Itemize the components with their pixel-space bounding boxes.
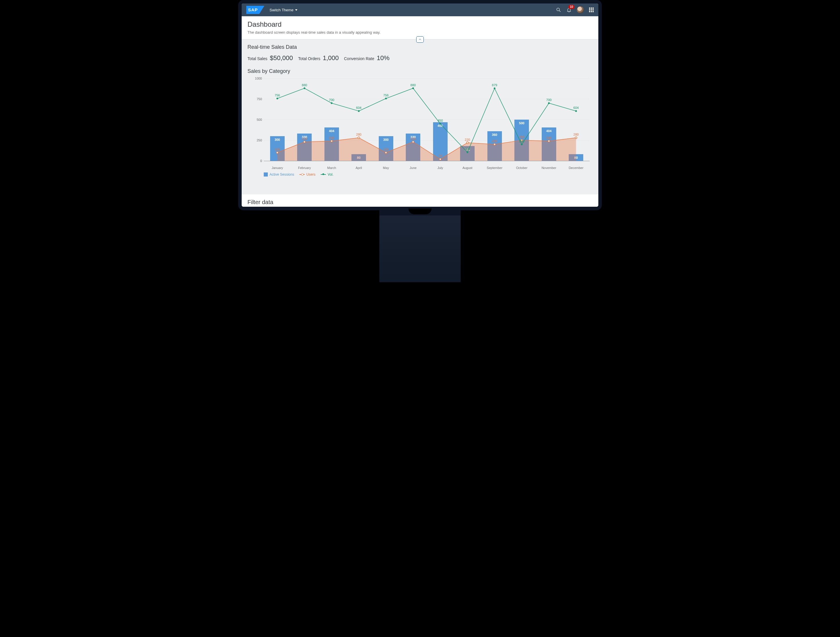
vol-point[interactable] <box>521 143 523 145</box>
switch-theme-label: Switch Theme <box>270 8 294 12</box>
vol-point[interactable] <box>548 102 550 104</box>
vol-point[interactable] <box>575 110 577 112</box>
product-switch-icon[interactable] <box>589 8 594 12</box>
collapse-header-button[interactable] <box>416 36 424 43</box>
page-header: Dashboard The dashboard screen displays … <box>242 16 598 39</box>
chevron-down-icon <box>295 9 297 11</box>
kpi-row: Total Sales $50,000Total Orders 1,000Con… <box>248 54 592 62</box>
chart-plot-area: 02505007501000 3003304048030033045018036… <box>264 78 590 166</box>
x-axis-label: September <box>481 166 508 170</box>
users-point[interactable] <box>303 141 305 143</box>
chart-legend: Active Sessions Users Vol. <box>248 170 592 177</box>
chart-section: Sales by Category <box>242 68 598 74</box>
legend-label: Active Sessions <box>270 172 294 177</box>
kpi-value: 10% <box>377 54 390 61</box>
y-tick: 250 <box>257 139 262 142</box>
vol-point[interactable] <box>303 87 305 89</box>
monitor-stand-base <box>379 215 461 282</box>
y-tick: 0 <box>260 159 262 162</box>
kpi-label: Total Orders <box>298 56 320 61</box>
kpi-value: 1,000 <box>323 54 339 61</box>
x-axis-label: November <box>535 166 563 170</box>
realtime-title: Real-time Sales Data <box>248 44 592 50</box>
notifications-icon[interactable]: 10 <box>566 7 572 13</box>
x-axis-label: July <box>427 166 454 170</box>
chart-container: 02505007501000 3003304048030033045018036… <box>242 78 598 185</box>
monitor-notch <box>408 208 432 214</box>
sap-logo[interactable]: SAP <box>246 6 264 14</box>
kpi: Conversion Rate 10% <box>344 54 390 62</box>
users-point[interactable] <box>276 151 278 153</box>
monitor-stand-neck <box>379 208 461 215</box>
line-overlay <box>264 78 590 161</box>
filter-title: Filter data <box>248 199 592 205</box>
x-axis-label: December <box>563 166 590 170</box>
page-subtitle: The dashboard screen displays real-time … <box>248 30 592 35</box>
user-avatar[interactable] <box>577 6 584 13</box>
users-point[interactable] <box>494 143 496 145</box>
legend-item-active-sessions[interactable]: Active Sessions <box>264 172 294 177</box>
vol-point[interactable] <box>412 87 414 89</box>
vol-point[interactable] <box>331 102 333 104</box>
x-axis-labels: JanuaryFebruaryMarchAprilMayJuneJulyAugu… <box>264 166 590 170</box>
switch-theme-menu[interactable]: Switch Theme <box>270 8 297 12</box>
kpi: Total Orders 1,000 <box>298 54 339 62</box>
svg-line-1 <box>559 11 561 12</box>
sap-logo-text: SAP <box>248 7 258 12</box>
page-title: Dashboard <box>248 20 592 28</box>
shell-bar: SAP Switch Theme 10 <box>242 3 598 16</box>
y-tick: 500 <box>257 118 262 121</box>
x-axis-label: April <box>345 166 373 170</box>
vol-point[interactable] <box>358 110 360 112</box>
svg-point-0 <box>557 8 560 11</box>
y-tick: 1000 <box>255 77 262 80</box>
vol-point[interactable] <box>439 123 441 125</box>
monitor-mockup: SAP Switch Theme 10 <box>238 0 602 282</box>
app-screen: SAP Switch Theme 10 <box>242 3 598 207</box>
x-axis-label: January <box>264 166 291 170</box>
legend-swatch-users <box>300 173 305 176</box>
y-tick: 750 <box>257 97 262 101</box>
users-point[interactable] <box>466 142 468 143</box>
users-point[interactable] <box>439 158 441 160</box>
kpi: Total Sales $50,000 <box>248 54 293 62</box>
vol-point[interactable] <box>466 151 468 153</box>
users-point[interactable] <box>548 140 550 142</box>
users-point[interactable] <box>521 139 523 141</box>
x-axis-label: October <box>508 166 535 170</box>
x-axis-label: February <box>291 166 318 170</box>
vol-point[interactable] <box>385 98 387 99</box>
vol-point[interactable] <box>276 98 278 99</box>
legend-label: Vol. <box>328 172 333 177</box>
legend-item-vol[interactable]: Vol. <box>321 172 333 177</box>
kpi-label: Conversion Rate <box>344 56 374 61</box>
kpi-label: Total Sales <box>248 56 267 61</box>
users-point[interactable] <box>385 151 387 153</box>
y-axis: 02505007501000 <box>248 78 264 161</box>
users-point[interactable] <box>412 141 414 143</box>
chevron-up-icon <box>418 38 422 41</box>
filter-card: Filter data <box>242 194 598 207</box>
x-axis-label: August <box>454 166 481 170</box>
users-point[interactable] <box>358 137 360 139</box>
realtime-section: Real-time Sales Data Total Sales $50,000… <box>242 39 598 62</box>
x-axis-label: May <box>373 166 399 170</box>
users-point[interactable] <box>575 137 577 139</box>
users-point[interactable] <box>331 140 333 142</box>
vol-point[interactable] <box>494 87 496 89</box>
notifications-badge: 10 <box>568 5 575 9</box>
plot: 3003304048030033045018036050040480 10023… <box>264 78 590 161</box>
legend-label: Users <box>306 172 316 177</box>
kpi-value: $50,000 <box>270 54 293 61</box>
legend-swatch-vol <box>321 173 326 176</box>
legend-item-users[interactable]: Users <box>300 172 316 177</box>
x-axis-label: June <box>399 166 427 170</box>
monitor-frame: SAP Switch Theme 10 <box>238 0 602 210</box>
legend-swatch-bar <box>264 172 268 177</box>
search-icon[interactable] <box>556 7 561 13</box>
chart-title: Sales by Category <box>248 68 592 74</box>
x-axis-label: March <box>318 166 345 170</box>
